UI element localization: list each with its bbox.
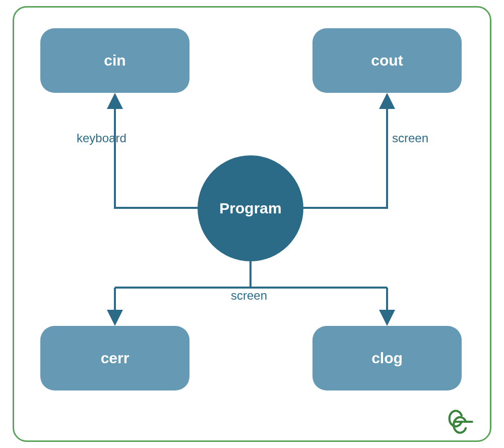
node-cerr-label: cerr <box>101 350 130 367</box>
node-cout: cout <box>312 28 462 93</box>
edge-label-keyboard: keyboard <box>77 131 127 145</box>
node-cout-label: cout <box>371 52 403 69</box>
node-cin-label: cin <box>104 52 125 69</box>
node-cerr: cerr <box>40 326 190 390</box>
edge-label-screen-bottom: screen <box>231 289 267 303</box>
node-cin: cin <box>40 28 190 93</box>
edge-label-screen-top: screen <box>392 131 428 145</box>
node-clog-label: clog <box>371 350 403 367</box>
node-clog: clog <box>312 326 462 390</box>
node-program: Program <box>198 155 303 261</box>
gfg-logo-icon <box>446 410 481 434</box>
node-program-label: Program <box>219 200 281 217</box>
